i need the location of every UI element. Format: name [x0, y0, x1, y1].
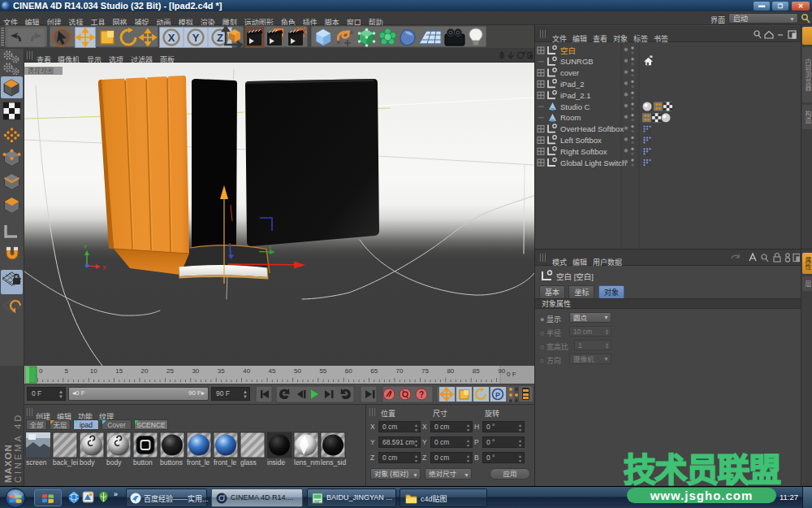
svg-text:Room: Room	[560, 113, 581, 122]
svg-text:screen: screen	[26, 458, 47, 467]
svg-text:SUNRGB: SUNRGB	[560, 57, 594, 66]
svg-text:iPad_2.1: iPad_2.1	[560, 91, 591, 100]
svg-text:body: body	[80, 458, 95, 467]
svg-text:15: 15	[115, 367, 123, 375]
svg-text:30: 30	[192, 367, 199, 375]
svg-text:0: 0	[39, 367, 43, 375]
svg-text:front_le: front_le	[187, 458, 210, 467]
svg-text:cover: cover	[560, 68, 579, 77]
svg-text:10: 10	[90, 367, 97, 375]
svg-text:glass: glass	[240, 458, 257, 467]
svg-text:20: 20	[141, 367, 149, 375]
svg-text:X: X	[102, 265, 106, 271]
svg-text:90: 90	[498, 367, 505, 375]
svg-text:45: 45	[269, 367, 276, 375]
svg-text:空白: 空白	[560, 46, 576, 55]
svg-text:25: 25	[166, 367, 174, 375]
svg-text:RIght Softbox: RIght Softbox	[560, 147, 607, 156]
svg-text:lens_nm: lens_nm	[294, 458, 320, 467]
svg-text:40: 40	[243, 367, 250, 375]
svg-text:85: 85	[473, 367, 480, 375]
svg-text:透视视图: 透视视图	[28, 67, 54, 75]
svg-text:60: 60	[345, 367, 352, 375]
svg-text:X: X	[168, 32, 175, 44]
svg-text:OverHead Softbox: OverHead Softbox	[560, 124, 624, 133]
svg-text:front_le: front_le	[214, 458, 237, 467]
svg-text:MAXON: MAXON	[3, 444, 13, 483]
svg-text:5: 5	[64, 367, 68, 375]
svg-text:35: 35	[218, 367, 225, 375]
svg-text:0 F: 0 F	[507, 371, 516, 378]
svg-text:buttons: buttons	[160, 458, 183, 467]
svg-text:Y: Y	[192, 32, 200, 44]
svg-text:CINEMA 4D: CINEMA 4D	[13, 413, 23, 483]
svg-text:50: 50	[294, 367, 301, 375]
svg-text:iPad_2: iPad_2	[560, 80, 585, 89]
svg-text:Left Softbox: Left Softbox	[560, 136, 602, 145]
svg-text:body: body	[106, 458, 122, 467]
svg-text:65: 65	[370, 367, 378, 375]
svg-text:P: P	[495, 391, 500, 399]
svg-text:inside: inside	[267, 458, 285, 467]
svg-text:Studio C: Studio C	[560, 102, 590, 111]
svg-text:70: 70	[396, 367, 404, 375]
svg-text:back_lei: back_lei	[53, 458, 78, 467]
svg-text:55: 55	[319, 367, 326, 375]
svg-text:button: button	[133, 458, 153, 467]
svg-text:80: 80	[447, 367, 454, 375]
svg-text:75: 75	[421, 367, 429, 375]
svg-text:?: ?	[419, 390, 424, 399]
svg-text:Global Light Switch: Global Light Switch	[560, 158, 626, 167]
svg-text:lens_sid: lens_sid	[321, 458, 346, 467]
svg-text:Y: Y	[84, 244, 88, 250]
